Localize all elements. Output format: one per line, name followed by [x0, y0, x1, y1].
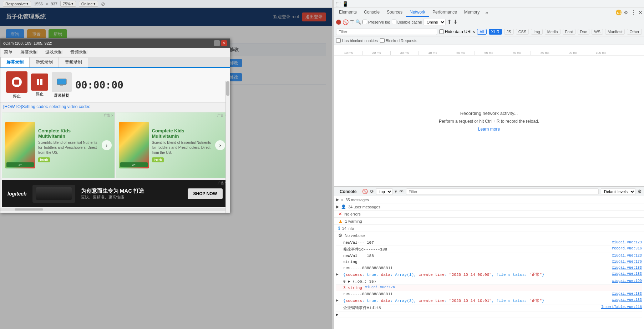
howto-link[interactable]: [HOWTO]Setting codec-selecting video cod…: [0, 103, 230, 111]
responsive-button[interactable]: Responsive ▾: [3, 1, 31, 7]
disable-cache-input[interactable]: [392, 20, 396, 24]
viewport-x: ×: [46, 2, 48, 6]
ocam-pause-button[interactable]: [31, 74, 48, 91]
right-scrollbar[interactable]: [225, 81, 230, 213]
devtools-close-button[interactable]: ✕: [638, 10, 643, 15]
tab-performance[interactable]: Performance: [429, 8, 461, 17]
devtools-settings-button[interactable]: ⚙: [624, 10, 628, 15]
filter-all[interactable]: All: [477, 29, 486, 35]
log-source-8[interactable]: xiugai.vue:183: [612, 292, 642, 296]
log-source-10[interactable]: InsertTable.vue:216: [601, 305, 642, 309]
resize-handle[interactable]: [332, 0, 334, 329]
device-icon[interactable]: 📱: [342, 1, 348, 7]
console-messages-group-errors[interactable]: ✕ No errors: [334, 211, 644, 218]
console-messages-group-user[interactable]: ▶ 👤 34 user messages: [334, 203, 644, 211]
horizontal-scroll-thumb[interactable]: [15, 208, 43, 211]
log-line-4: res-----8888888888811 xiugai.vue:183: [336, 265, 642, 271]
ocam-tab-audio[interactable]: 音频录制: [59, 57, 88, 67]
hide-data-urls-checkbox[interactable]: Hide data URLs: [439, 29, 475, 34]
tick-10ms: 10 ms: [335, 51, 363, 55]
record-button[interactable]: [336, 20, 341, 25]
filter-font[interactable]: Font: [563, 29, 575, 35]
ad-arrow-2[interactable]: ›: [215, 140, 225, 150]
clear-button[interactable]: 🚫: [343, 19, 349, 25]
filter-ws[interactable]: WS: [592, 29, 603, 35]
has-blocked-cookies-checkbox[interactable]: Has blocked cookies: [336, 38, 378, 43]
shop-now-button[interactable]: SHOP NOW: [188, 188, 223, 199]
console-messages-group-info[interactable]: ℹ 34 info: [334, 225, 644, 232]
learn-more-link[interactable]: Learn more: [478, 127, 500, 132]
log-source-9[interactable]: xiugai.vue:183: [612, 298, 642, 302]
tab-sources[interactable]: Sources: [383, 8, 406, 17]
vertical-scroll-thumb[interactable]: [226, 81, 229, 96]
preserve-log-checkbox[interactable]: Preserve log: [362, 20, 390, 24]
ocam-stop-button[interactable]: [6, 71, 27, 93]
console-clear-button[interactable]: 🚫: [362, 189, 368, 194]
tab-more-icon[interactable]: »: [483, 8, 490, 17]
log-source-7[interactable]: xiugai.vue:176: [365, 285, 395, 289]
console-filter-input[interactable]: [406, 188, 599, 195]
tab-network[interactable]: Network: [406, 8, 429, 17]
bottom-scrollbar[interactable]: [0, 208, 230, 211]
zoom-button[interactable]: 75% ▾: [60, 1, 76, 7]
tab-memory[interactable]: Memory: [461, 8, 483, 17]
filter-img[interactable]: Img: [531, 29, 542, 35]
network-filter-bar: Hide data URLs All XHR JS CSS Img Media …: [334, 27, 644, 36]
log-source-5[interactable]: xiugai.vue:183: [612, 272, 642, 276]
preserve-log-input[interactable]: [362, 20, 367, 24]
filter-other[interactable]: Other: [627, 29, 642, 35]
console-history-button[interactable]: ⟳: [370, 189, 374, 194]
log-source-4[interactable]: xiugai.vue:183: [612, 266, 642, 270]
ocam-tab-game[interactable]: 游戏录制: [30, 57, 59, 67]
svg-rect-0: [57, 79, 66, 85]
console-eye-button[interactable]: 👁: [399, 189, 404, 194]
log-source-6[interactable]: xiugai.vue:199: [612, 279, 642, 283]
ocam-menu-item-0[interactable]: 菜单: [0, 48, 16, 57]
online-button[interactable]: Online ▾: [79, 1, 98, 7]
ocam-screen-capture-button[interactable]: [52, 72, 72, 92]
log-source-3[interactable]: xiugai.vue:176: [612, 260, 642, 264]
ocam-close-button[interactable]: ✕: [221, 40, 227, 46]
devtools-more-button[interactable]: ⋮: [630, 9, 636, 16]
throttling-select[interactable]: Online: [424, 19, 446, 25]
ocam-menu-item-1[interactable]: 屏幕录制: [17, 48, 41, 57]
export-button[interactable]: ⬇: [453, 19, 458, 25]
network-toolbar: 🚫 ⊤ 🔍 Preserve log Disable cache Online …: [334, 17, 644, 27]
ocam-menu-item-2[interactable]: 游戏录制: [42, 48, 66, 57]
filter-doc[interactable]: Doc: [578, 29, 590, 35]
console-context-select[interactable]: top: [376, 188, 392, 195]
console-level-select[interactable]: Default levels: [601, 188, 635, 195]
log-line-7: 3 string xiugai.vue:176: [336, 285, 642, 291]
filter-input[interactable]: [336, 29, 437, 35]
filter-js[interactable]: JS: [504, 29, 514, 35]
disable-cache-checkbox[interactable]: Disable cache: [392, 20, 422, 24]
filter-media[interactable]: Media: [545, 29, 561, 35]
tab-elements[interactable]: Elements: [335, 8, 360, 17]
filter-xhr[interactable]: XHR: [489, 29, 502, 35]
log-source-1[interactable]: record.vue:316: [612, 247, 642, 250]
tab-console[interactable]: Console: [360, 8, 383, 17]
ocam-menu-item-3[interactable]: 音频录制: [67, 48, 91, 57]
logitech-logo: logitech: [7, 191, 27, 197]
filter-manifest[interactable]: Manifest: [605, 29, 625, 35]
ad-box-2: 广告 ✕ 2+ Complete Kids Multivitamin Scien…: [116, 112, 229, 178]
log-source-2[interactable]: xiugai.vue:123: [612, 254, 642, 258]
console-filter-toggle[interactable]: ▾: [395, 189, 397, 194]
log-source-0[interactable]: xiugai.vue:123: [612, 241, 642, 244]
filter-css[interactable]: CSS: [516, 29, 529, 35]
console-settings-button[interactable]: ⚙: [638, 189, 642, 194]
filter-button[interactable]: ⊤: [350, 19, 354, 25]
console-messages-group-warnings[interactable]: ▲ 1 warning: [334, 218, 644, 225]
import-button[interactable]: ⬆: [447, 19, 452, 25]
ad-text-area-2: Complete Kids Multivitamin Scientific Bl…: [149, 127, 215, 164]
console-messages-group-all[interactable]: ▶ ≡ 35 messages: [334, 196, 644, 203]
ocam-minimize-button[interactable]: _: [214, 40, 220, 46]
ad-arrow-1[interactable]: ›: [102, 140, 112, 150]
ocam-tab-screen[interactable]: 屏幕录制: [0, 57, 30, 67]
inspect-icon[interactable]: ⬚: [336, 1, 341, 7]
ad-product-image-2: 2+: [119, 122, 149, 168]
devtools-panel: ⬚ 📱 Elements Console Sources Network Per…: [334, 0, 644, 329]
console-messages-group-verbose[interactable]: ⚙ No verbose: [334, 232, 644, 239]
search-button[interactable]: 🔍: [355, 19, 361, 25]
blocked-requests-checkbox[interactable]: Blocked Requests: [380, 38, 417, 43]
